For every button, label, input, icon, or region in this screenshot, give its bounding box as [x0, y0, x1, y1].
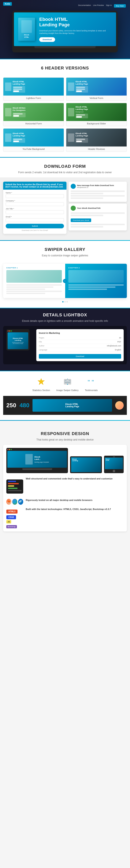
email-download-button[interactable]: Download your ebook — [71, 218, 91, 222]
form-input-company[interactable] — [6, 202, 64, 206]
mobile-screen: EbookHTML — [105, 458, 123, 469]
nav-sign-in[interactable]: Sign In — [106, 4, 112, 7]
version-label-background: Background Slider — [66, 121, 127, 126]
info-row-file: File PDF — [39, 340, 121, 344]
version-label-vertical: Vertical Form — [66, 96, 127, 101]
vp-text-youtube: Ebook HTMLLanding Page — [13, 132, 25, 143]
version-preview-vertical: Ebook HTMLLanding Page — [66, 78, 127, 96]
stat-preview-text: Ebook HTMLLanding Page — [64, 402, 80, 409]
version-card-reviews[interactable]: Ebook HTMLLanding Page Header Reviews — [66, 128, 127, 152]
form-input-email[interactable] — [6, 218, 64, 222]
book-title-mini: EbookHTML — [24, 34, 29, 38]
version-preview-reviews: Ebook HTMLLanding Page — [66, 129, 127, 147]
email-line-2c — [71, 224, 125, 225]
lightbox-header: DETAILS LIGHTBOX Ebook details open in l… — [3, 313, 127, 326]
header-versions-section: 6 HEADER VERSIONS — [0, 59, 130, 75]
email-header-1: New message from Make Download form info… — [71, 184, 125, 189]
form-field-name: Name * — [6, 192, 64, 198]
lightbox-download-button[interactable]: Download — [39, 354, 121, 359]
resp-feature-test: 🦊 🌐 🌊 Rigorously tested on all major des… — [6, 499, 124, 505]
version-card-horizontal[interactable]: Ebook WrittenFor Designers Horizontal Fo… — [3, 103, 64, 126]
hero-section: Kotie Documentation Live Preview Sign In… — [0, 0, 130, 59]
feature-item-swiper: Image Swiper Gallery — [56, 376, 78, 392]
vp-book-reviews — [68, 133, 74, 142]
tablet-text: EbookLanding — [72, 458, 100, 461]
swiper-image-2 — [68, 270, 124, 283]
swiper-page-2: CHAPTER 2 — [65, 264, 127, 298]
swiper-next-button[interactable]: › — [63, 279, 67, 283]
info-value-language: English — [115, 349, 121, 351]
browser-icons: 🦊 🌐 🌊 — [6, 499, 23, 505]
nav-documentation[interactable]: Documentation — [78, 4, 91, 7]
device-screen-content: Ebook HTMLLanding landing template & new… — [11, 336, 25, 345]
stat-preview-image: Ebook HTMLLanding Page — [32, 399, 112, 412]
device-mobile: EbookHTML — [104, 456, 124, 473]
hero-download-button[interactable]: Download — [39, 37, 55, 42]
swiper-image-1 — [6, 270, 62, 283]
dot-red — [7, 331, 9, 332]
form-label-jobtitle: Job Title * — [6, 208, 64, 210]
feature-label-testimonials: Testimonials — [85, 389, 98, 392]
tech-badges-row2: JS Bootstrap — [6, 520, 23, 528]
version-label-lightbox: Lightbox Form — [3, 96, 64, 101]
badge-css: CSS3 — [6, 515, 16, 519]
form-label-name: Name * — [6, 192, 64, 194]
email-line-1d — [71, 197, 103, 199]
desktop-subtitle: landing page template — [34, 461, 49, 463]
version-card-youtube[interactable]: Ebook HTMLLanding Page YouTube Backgroun… — [3, 128, 64, 152]
version-card-vertical[interactable]: Ebook HTMLLanding Page Vertical Form — [66, 78, 127, 101]
nav-live-preview[interactable]: Live Preview — [93, 4, 104, 7]
vp-text-horizontal: Ebook WrittenFor Designers — [13, 107, 26, 117]
email-title-1: New message from Make Download form — [77, 184, 114, 186]
book-image — [21, 20, 32, 33]
form-input-jobtitle[interactable] — [6, 210, 64, 214]
form-submit-button[interactable]: Submit — [6, 224, 64, 228]
vp-btn-youtube — [13, 141, 19, 142]
responsive-subtitle: That looks great on any desktop and mobi… — [7, 438, 123, 441]
email-demo: New message from Make Download form info… — [69, 182, 127, 230]
swiper-section: SWIPER GALLERY Easy to customize image s… — [0, 241, 130, 308]
laptop-screen: EbookHTML Ebook HTMLLanding Page Downloa… — [14, 12, 116, 46]
dot-green-desktop — [11, 449, 12, 450]
version-label-horizontal: Horizontal Form — [3, 121, 64, 126]
stat-num-2-value: 480 — [20, 402, 30, 408]
swiper-chapter-1: CHAPTER 1 — [6, 267, 62, 269]
info-label-pages: Pages — [39, 337, 44, 339]
vp-form-background — [76, 114, 88, 118]
vp-title-reviews: Ebook HTMLLanding Page — [76, 132, 88, 137]
form-demo-header: Submit the form to receive the Ebook lin… — [3, 182, 67, 190]
swiper-dot-2[interactable] — [64, 301, 66, 303]
stat-num-1-value: 250 — [6, 402, 16, 408]
stats-bar: 250 480 Ebook HTMLLanding Page — [3, 396, 127, 415]
dot-yellow-desktop — [9, 449, 10, 450]
email-sender-1: info@ebook.co — [77, 186, 88, 188]
vp-btn-background — [76, 116, 82, 118]
vp-btn-vertical — [76, 91, 82, 92]
tech-badges-mini: HTML5 CSS3 JS Bootstrap — [6, 508, 23, 528]
stat-avatar — [115, 401, 124, 410]
version-card-background[interactable]: Ebook HTMLLanding Page Background Backgr… — [66, 103, 127, 126]
feature-item-testimonials: " " Testimonials — [85, 376, 98, 392]
hero-title: Ebook HTMLLanding Page — [39, 17, 112, 28]
version-card-lightbox[interactable]: Ebook HTMLLanding Page Lightbox Form — [3, 78, 64, 101]
vp-content-background: Ebook HTMLLanding Page Background — [66, 103, 127, 121]
swiper-dot-3[interactable] — [67, 301, 68, 303]
nav-buy-now[interactable]: Buy Now — [114, 4, 126, 7]
vp-input-v1 — [76, 87, 85, 88]
form-input-name[interactable] — [6, 194, 64, 198]
desktop-stand — [22, 468, 52, 470]
vp-content-vertical: Ebook HTMLLanding Page — [66, 78, 127, 96]
stat-number-1: 250 480 — [6, 402, 29, 409]
edge-icon: 🌊 — [18, 499, 23, 505]
feature-item-statistics: Statistics Section — [32, 376, 50, 392]
mobile-text: EbookHTML — [106, 458, 122, 461]
vp-form-vertical — [76, 86, 88, 93]
vp-input-r1 — [76, 139, 85, 140]
vp-title-vertical: Ebook HTMLLanding Page — [76, 81, 88, 85]
form-field-email: Email * — [6, 216, 64, 222]
swiper-dot-1[interactable] — [62, 301, 63, 303]
responsive-features-list: Well structured and commented code that'… — [6, 477, 124, 528]
vp-title-background: Ebook HTMLLanding Page — [76, 106, 88, 111]
version-preview-youtube: Ebook HTMLLanding Page — [3, 129, 64, 147]
feature-label-swiper: Image Swiper Gallery — [56, 389, 78, 392]
